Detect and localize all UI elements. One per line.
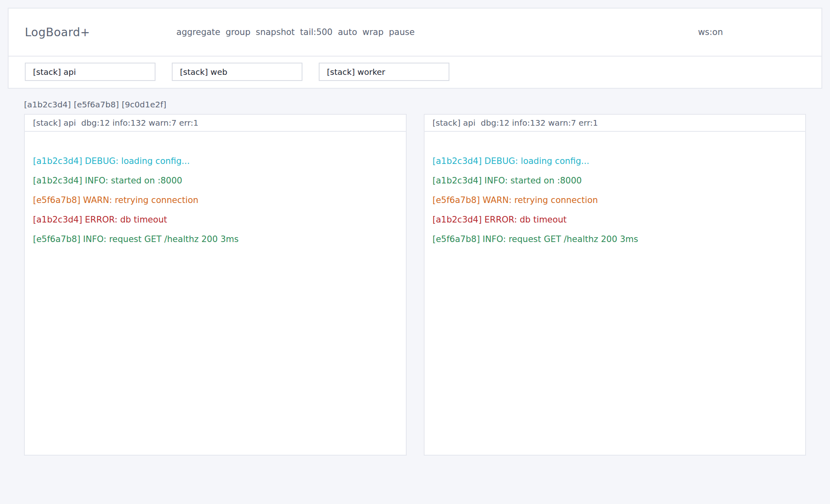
log-viewport[interactable]: [a1b2c3d4] DEBUG: loading config... [a1b… — [425, 132, 806, 455]
trace-id: [9c0d1e2f] — [122, 100, 166, 109]
log-line: [e5f6a7b8] WARN: retrying connection — [433, 190, 797, 210]
stack-filter-input-web[interactable] — [172, 63, 302, 81]
log-line: [a1b2c3d4] DEBUG: loading config... — [33, 151, 398, 171]
log-panels: [stack] api dbg:12 info:132 warn:7 err:1… — [24, 114, 806, 456]
trace-id: [a1b2c3d4] — [24, 100, 71, 109]
log-line: [a1b2c3d4] DEBUG: loading config... — [433, 151, 797, 171]
log-line: [a1b2c3d4] ERROR: db timeout — [33, 210, 398, 229]
stack-filter-input-api[interactable] — [25, 63, 155, 81]
panel-level-counts: dbg:12 info:132 warn:7 err:1 — [81, 118, 199, 128]
toolbar-item-wrap[interactable]: wrap — [362, 27, 383, 37]
log-line: [a1b2c3d4] INFO: started on :8000 — [433, 171, 797, 190]
trace-id-list: [a1b2c3d4] [e5f6a7b8] [9c0d1e2f] — [24, 100, 806, 109]
panel-header: [stack] api dbg:12 info:132 warn:7 err:1 — [425, 115, 806, 132]
log-panel-right: [stack] api dbg:12 info:132 warn:7 err:1… — [424, 114, 806, 456]
toolbar-item-snapshot[interactable]: snapshot — [256, 27, 295, 37]
log-panel-left: [stack] api dbg:12 info:132 warn:7 err:1… — [24, 114, 407, 456]
toolbar-item-tail[interactable]: tail:500 — [300, 27, 333, 37]
trace-id: [e5f6a7b8] — [74, 100, 119, 109]
panel-header: [stack] api dbg:12 info:132 warn:7 err:1 — [25, 115, 406, 132]
log-line: [e5f6a7b8] INFO: request GET /healthz 20… — [433, 229, 797, 249]
app-title: LogBoard+ — [25, 26, 90, 39]
log-line: [e5f6a7b8] INFO: request GET /healthz 20… — [33, 229, 398, 249]
log-line: [a1b2c3d4] ERROR: db timeout — [433, 210, 797, 229]
toolbar-item-auto[interactable]: auto — [338, 27, 357, 37]
toolbar-item-aggregate[interactable]: aggregate — [176, 27, 220, 37]
filter-row — [9, 57, 821, 88]
top-card: LogBoard+ aggregate group snapshot tail:… — [8, 8, 822, 89]
panel-title: [stack] api — [433, 118, 476, 128]
stack-filter-input-worker[interactable] — [319, 63, 449, 81]
toolbar-item-pause[interactable]: pause — [389, 27, 414, 37]
toolbar: aggregate group snapshot tail:500 auto w… — [176, 27, 414, 37]
log-viewport[interactable]: [a1b2c3d4] DEBUG: loading config... [a1b… — [25, 132, 406, 455]
toolbar-item-group[interactable]: group — [226, 27, 250, 37]
log-line: [a1b2c3d4] INFO: started on :8000 — [33, 171, 398, 190]
panel-level-counts: dbg:12 info:132 warn:7 err:1 — [481, 118, 598, 128]
page: LogBoard+ aggregate group snapshot tail:… — [0, 0, 830, 456]
log-line: [e5f6a7b8] WARN: retrying connection — [33, 190, 398, 210]
ws-status-toggle[interactable]: ws:on — [698, 27, 723, 37]
app-header: LogBoard+ aggregate group snapshot tail:… — [9, 9, 821, 56]
panel-title: [stack] api — [33, 118, 76, 128]
